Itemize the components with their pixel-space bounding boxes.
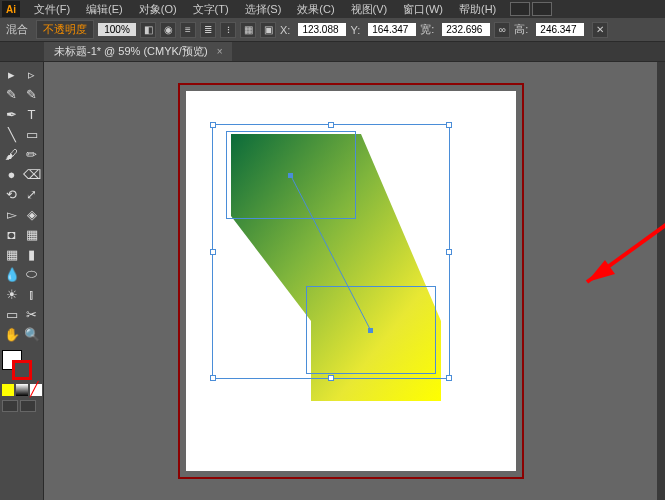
toolbox: ▸▹ ✎✎ ✒T ╲▭ 🖌✏ ●⌫ ⟲⤢ ▻◈ ◘▦ ▦▮ 💧⬭ ☀⫿ ▭✂ ✋… (0, 62, 44, 500)
stroke-swatch[interactable] (12, 360, 32, 380)
y-input[interactable]: 164.347 (368, 23, 416, 36)
brush-tool[interactable]: 🖌 (2, 144, 22, 164)
perspective-tool[interactable]: ▦ (22, 224, 42, 244)
blend-tool[interactable]: ⬭ (22, 264, 42, 284)
top-square-bbox[interactable] (226, 131, 356, 219)
menu-object[interactable]: 对象(O) (131, 0, 185, 19)
width-tool[interactable]: ▻ (2, 204, 22, 224)
menu-file[interactable]: 文件(F) (26, 0, 78, 19)
bbox-handle[interactable] (446, 122, 452, 128)
pencil-tool[interactable]: ✏ (22, 144, 42, 164)
gradient-tool[interactable]: ▮ (22, 244, 42, 264)
menu-view[interactable]: 视图(V) (343, 0, 396, 19)
color-swatch[interactable] (2, 384, 14, 396)
eraser-tool[interactable]: ⌫ (22, 164, 42, 184)
canvas-area[interactable] (44, 62, 657, 500)
zoom-tool[interactable]: 🔍 (22, 324, 42, 344)
symbol-spray-tool[interactable]: ☀ (2, 284, 22, 304)
pen-tool[interactable]: ✒ (2, 104, 22, 124)
y-label: Y: (350, 24, 360, 36)
align1-icon[interactable]: ≡ (180, 22, 196, 38)
fill-stroke-swatch[interactable]: ╱ (2, 350, 42, 412)
w-input[interactable]: 232.696 (442, 23, 490, 36)
more-icon[interactable]: ✕ (592, 22, 608, 38)
menu-type[interactable]: 文字(T) (185, 0, 237, 19)
type-tool[interactable]: T (22, 104, 42, 124)
scale-tool[interactable]: ⤢ (22, 184, 42, 204)
slice-tool[interactable]: ✂ (22, 304, 42, 324)
menu-window[interactable]: 窗口(W) (395, 0, 451, 19)
app-logo: Ai (2, 1, 20, 17)
h-input[interactable]: 246.347 (536, 23, 584, 36)
arrange-icon[interactable] (532, 2, 552, 16)
h-label: 高: (514, 22, 528, 37)
blend-label: 混合 (6, 22, 28, 37)
document-tab[interactable]: 未标题-1* @ 59% (CMYK/预览) × (44, 42, 232, 61)
full-screen-icon[interactable] (20, 400, 36, 412)
align2-icon[interactable]: ≣ (200, 22, 216, 38)
eyedropper-tool[interactable]: 💧 (2, 264, 22, 284)
direct-select-tool[interactable]: ▹ (22, 64, 42, 84)
bbox-handle[interactable] (210, 375, 216, 381)
annotation-arrow (567, 172, 665, 292)
menu-effect[interactable]: 效果(C) (289, 0, 342, 19)
graph-tool[interactable]: ⫿ (22, 284, 42, 304)
recolor-icon[interactable]: ◉ (160, 22, 176, 38)
options-bar: 混合 不透明度 100% ◧ ◉ ≡ ≣ ⫶ ▦ ▣ X: 123.088 Y:… (0, 18, 665, 42)
free-transform-tool[interactable]: ◈ (22, 204, 42, 224)
lasso-tool[interactable]: ✎ (22, 84, 42, 104)
menu-help[interactable]: 帮助(H) (451, 0, 504, 19)
hand-tool[interactable]: ✋ (2, 324, 22, 344)
normal-screen-icon[interactable] (2, 400, 18, 412)
artboard[interactable] (186, 91, 516, 471)
transform-icon[interactable]: ▦ (240, 22, 256, 38)
style-icon[interactable]: ◧ (140, 22, 156, 38)
isolate-icon[interactable]: ▣ (260, 22, 276, 38)
gradient-swatch[interactable] (16, 384, 28, 396)
main-area: ▸▹ ✎✎ ✒T ╲▭ 🖌✏ ●⌫ ⟲⤢ ▻◈ ◘▦ ▦▮ 💧⬭ ☀⫿ ▭✂ ✋… (0, 62, 665, 500)
none-swatch[interactable]: ╱ (30, 384, 42, 396)
align3-icon[interactable]: ⫶ (220, 22, 236, 38)
selection-tool[interactable]: ▸ (2, 64, 22, 84)
tab-title: 未标题-1* @ 59% (CMYK/预览) (54, 45, 208, 57)
svg-line-4 (587, 177, 665, 282)
tab-bar: 未标题-1* @ 59% (CMYK/预览) × (0, 42, 665, 62)
magic-wand-tool[interactable]: ✎ (2, 84, 22, 104)
bottom-square-bbox[interactable] (306, 286, 436, 374)
w-label: 宽: (420, 22, 434, 37)
bbox-handle[interactable] (210, 122, 216, 128)
bbox-handle[interactable] (446, 249, 452, 255)
blob-brush-tool[interactable]: ● (2, 164, 22, 184)
tab-close-icon[interactable]: × (217, 46, 223, 57)
artboard-frame (178, 83, 524, 479)
bbox-handle[interactable] (328, 122, 334, 128)
opacity-dropdown[interactable]: 不透明度 (36, 20, 94, 39)
bbox-handle[interactable] (446, 375, 452, 381)
rectangle-tool[interactable]: ▭ (22, 124, 42, 144)
rotate-tool[interactable]: ⟲ (2, 184, 22, 204)
x-input[interactable]: 123.088 (298, 23, 346, 36)
artboard-tool[interactable]: ▭ (2, 304, 22, 324)
x-label: X: (280, 24, 290, 36)
menubar: Ai 文件(F) 编辑(E) 对象(O) 文字(T) 选择(S) 效果(C) 视… (0, 0, 665, 18)
menu-select[interactable]: 选择(S) (237, 0, 290, 19)
opacity-value[interactable]: 100% (98, 23, 136, 36)
bbox-handle[interactable] (328, 375, 334, 381)
link-wh-icon[interactable]: ∞ (494, 22, 510, 38)
layout-icon[interactable] (510, 2, 530, 16)
menu-edit[interactable]: 编辑(E) (78, 0, 131, 19)
line-tool[interactable]: ╲ (2, 124, 22, 144)
mesh-tool[interactable]: ▦ (2, 244, 22, 264)
shape-builder-tool[interactable]: ◘ (2, 224, 22, 244)
bbox-handle[interactable] (210, 249, 216, 255)
